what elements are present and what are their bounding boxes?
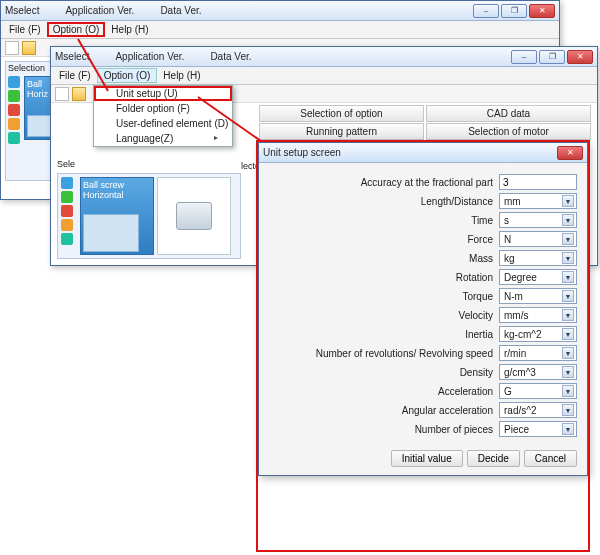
mechanism-thumb[interactable]: Ball Horiz [24, 76, 52, 140]
chevron-down-icon: ▼ [562, 366, 574, 378]
chevron-down-icon: ▼ [562, 309, 574, 321]
tab-running-pattern[interactable]: Running pattern [259, 123, 424, 140]
accuracy-input[interactable] [499, 174, 577, 190]
form-label: Velocity [459, 310, 493, 321]
sidebar-icon[interactable] [8, 118, 20, 130]
sidebar-icon[interactable] [8, 132, 20, 144]
sidebar-icon[interactable] [61, 219, 73, 231]
menu-unit-setup[interactable]: Unit setup (U) [94, 86, 232, 101]
select-value: G [504, 386, 512, 397]
mechanism-thumb[interactable]: Ball screw Horizontal [80, 177, 154, 255]
unit-select[interactable]: rad/s^2▼ [499, 402, 577, 418]
minimize-button[interactable]: – [511, 50, 537, 64]
back-title-appver: Application Ver. [65, 5, 134, 16]
sidebar-icon[interactable] [8, 104, 20, 116]
front-menubar: File (F) Option (O) Help (H) [51, 67, 597, 85]
menu-language[interactable]: Language(Z) [94, 131, 232, 146]
unit-select[interactable]: N▼ [499, 231, 577, 247]
dialog-body: Accuracy at the fractional partLength/Di… [259, 163, 587, 444]
chevron-down-icon: ▼ [562, 385, 574, 397]
menu-user-defined[interactable]: User-defined element (D) [94, 116, 232, 131]
unit-select[interactable]: mm▼ [499, 193, 577, 209]
decide-button[interactable]: Decide [467, 450, 520, 467]
select-value: kg [504, 253, 515, 264]
open-folder-icon[interactable] [72, 87, 86, 101]
menu-folder-option[interactable]: Folder option (F) [94, 101, 232, 116]
chevron-down-icon: ▼ [562, 423, 574, 435]
minimize-button[interactable]: – [473, 4, 499, 18]
sidebar-icons [8, 76, 22, 144]
close-button[interactable]: ✕ [529, 4, 555, 18]
tab-cad-data[interactable]: CAD data [426, 105, 591, 122]
unit-select[interactable]: G▼ [499, 383, 577, 399]
form-label: Acceleration [438, 386, 493, 397]
form-label: Density [460, 367, 493, 378]
unit-select[interactable]: Degree▼ [499, 269, 577, 285]
sidebar-icon[interactable] [61, 191, 73, 203]
form-label: Number of revolutions/ Revolving speed [316, 348, 493, 359]
new-icon[interactable] [5, 41, 19, 55]
select-value: N-m [504, 291, 523, 302]
form-label: Time [471, 215, 493, 226]
form-label: Rotation [456, 272, 493, 283]
unit-select[interactable]: kg-cm^2▼ [499, 326, 577, 342]
sidebar-icon[interactable] [8, 76, 20, 88]
thumb-text2: Horizontal [83, 190, 151, 200]
front-title-appver: Application Ver. [115, 51, 184, 62]
open-folder-icon[interactable] [22, 41, 36, 55]
select-value: g/cm^3 [504, 367, 536, 378]
menu-option[interactable]: Option (O) [97, 68, 158, 83]
menu-help[interactable]: Help (H) [105, 23, 154, 36]
form-row: RotationDegree▼ [269, 269, 577, 285]
unit-setup-dialog: Unit setup screen ✕ Accuracy at the frac… [258, 142, 588, 476]
dialog-close-button[interactable]: ✕ [557, 146, 583, 160]
front-titlebar: Mselect Application Ver. Data Ver. – ❐ ✕ [51, 47, 597, 67]
new-icon[interactable] [55, 87, 69, 101]
sidebar-icon[interactable] [61, 233, 73, 245]
back-menubar: File (F) Option (O) Help (H) [1, 21, 559, 39]
tab-selection-option[interactable]: Selection of option [259, 105, 424, 122]
maximize-button[interactable]: ❐ [501, 4, 527, 18]
tab-selection-motor[interactable]: Selection of motor [426, 123, 591, 140]
form-row: Accuracy at the fractional part [269, 174, 577, 190]
form-row: TorqueN-m▼ [269, 288, 577, 304]
maximize-button[interactable]: ❐ [539, 50, 565, 64]
form-label: Torque [462, 291, 493, 302]
back-selection-pane: Selection Ball Horiz [5, 61, 55, 181]
unit-select[interactable]: N-m▼ [499, 288, 577, 304]
form-label: Number of pieces [415, 424, 493, 435]
tab-row-1: Selection of option CAD data [259, 105, 591, 122]
menu-file[interactable]: File (F) [53, 69, 97, 82]
chevron-down-icon: ▼ [562, 195, 574, 207]
menu-option[interactable]: Option (O) [47, 22, 106, 37]
menu-help[interactable]: Help (H) [157, 69, 206, 82]
initial-value-button[interactable]: Initial value [391, 450, 463, 467]
unit-select[interactable]: s▼ [499, 212, 577, 228]
form-row: Length/Distancemm▼ [269, 193, 577, 209]
chevron-down-icon: ▼ [562, 404, 574, 416]
unit-select[interactable]: g/cm^3▼ [499, 364, 577, 380]
front-title-dataver: Data Ver. [210, 51, 251, 62]
select-value: kg-cm^2 [504, 329, 541, 340]
sidebar-icon[interactable] [61, 205, 73, 217]
unit-select[interactable]: r/min▼ [499, 345, 577, 361]
motor-icon [176, 202, 212, 230]
front-sele-label: Sele [57, 159, 75, 169]
back-titlebar: Mselect Application Ver. Data Ver. – ❐ ✕ [1, 1, 559, 21]
thumb-text1: Ball screw [83, 180, 151, 190]
chevron-down-icon: ▼ [562, 347, 574, 359]
mechanism-icon [83, 214, 139, 252]
form-row: Inertiakg-cm^2▼ [269, 326, 577, 342]
unit-select[interactable]: mm/s▼ [499, 307, 577, 323]
sidebar-icon[interactable] [8, 90, 20, 102]
unit-select[interactable]: kg▼ [499, 250, 577, 266]
select-value: mm/s [504, 310, 528, 321]
sidebar-icon[interactable] [61, 177, 73, 189]
menu-file[interactable]: File (F) [3, 23, 47, 36]
select-value: N [504, 234, 511, 245]
motor-thumb[interactable] [157, 177, 231, 255]
close-button[interactable]: ✕ [567, 50, 593, 64]
cancel-button[interactable]: Cancel [524, 450, 577, 467]
dialog-title: Unit setup screen [263, 147, 341, 158]
unit-select[interactable]: Piece▼ [499, 421, 577, 437]
